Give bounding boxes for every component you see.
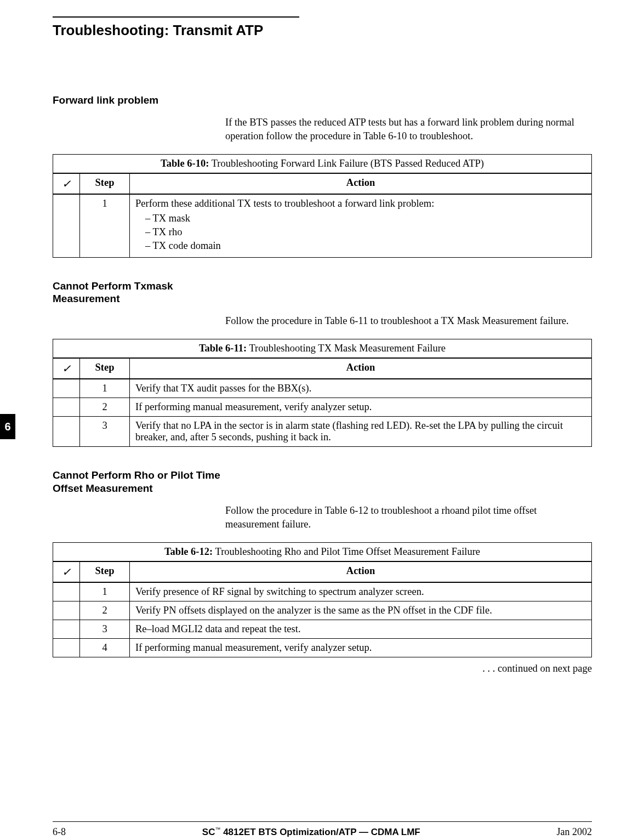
action-cell: If performing manual measurement, verify… [130, 398, 592, 417]
column-action: Action [130, 358, 592, 379]
column-check: ✓ [53, 173, 80, 194]
table-label: Table 6-10: [161, 158, 209, 169]
column-check: ✓ [53, 561, 80, 582]
list-item: TX mask [145, 213, 586, 224]
footer-date: Jan 2002 [557, 826, 592, 838]
table-caption-text: Troubleshooting Rho and Pilot Time Offse… [213, 546, 480, 557]
action-cell: Perform these additional TX tests to tro… [130, 194, 592, 258]
table-6-12: Table 6-12: Troubleshooting Rho and Pilo… [53, 542, 592, 657]
column-action: Action [130, 561, 592, 582]
section-heading-rho-pilot: Cannot Perform Rho or Pilot Time Offset … [53, 469, 228, 495]
check-icon: ✓ [62, 566, 71, 578]
footer-center-pre: SC [202, 827, 215, 837]
action-cell: Verify that TX audit passes for the BBX(… [130, 379, 592, 398]
footer-center-post: 4812ET BTS Optimization/ATP — CDMA LMF [223, 827, 420, 837]
trademark-symbol: ™ [215, 826, 220, 832]
check-icon: ✓ [62, 362, 71, 374]
step-number: 3 [80, 620, 130, 638]
table-row: 1 Verify presence of RF signal by switch… [53, 582, 592, 601]
table-6-11: Table 6-11: Troubleshooting TX Mask Meas… [53, 339, 592, 447]
footer-center: SC™ 4812ET BTS Optimization/ATP — CDMA L… [202, 826, 420, 838]
table-row: 1 Perform these additional TX tests to t… [53, 194, 592, 258]
column-step: Step [80, 561, 130, 582]
table-row: 2 Verify PN offsets displayed on the ana… [53, 601, 592, 620]
column-step: Step [80, 358, 130, 379]
footer-page-number: 6-8 [53, 826, 66, 838]
check-cell [53, 620, 80, 638]
section-heading-txmask: Cannot Perform Txmask Measurement [53, 280, 228, 306]
check-cell [53, 379, 80, 398]
table-caption-text: Troubleshooting Forward Link Failure (BT… [209, 158, 484, 169]
action-cell: Re–load MGLI2 data and repeat the test. [130, 620, 592, 638]
step-number: 3 [80, 417, 130, 447]
step-number: 1 [80, 194, 130, 258]
table-row: 3 Re–load MGLI2 data and repeat the test… [53, 620, 592, 638]
table-caption: Table 6-11: Troubleshooting TX Mask Meas… [53, 339, 592, 359]
check-icon: ✓ [62, 178, 71, 190]
section-heading-forward-link: Forward link problem [53, 94, 228, 107]
table-label: Table 6-12: [164, 546, 213, 557]
action-cell: Verify PN offsets displayed on the analy… [130, 601, 592, 620]
action-list: TX mask TX rho TX code domain [135, 213, 586, 252]
table-label: Table 6-11: [199, 343, 247, 354]
action-cell: Verify that no LPA in the sector is in a… [130, 417, 592, 447]
list-item: TX code domain [145, 240, 586, 252]
table-caption-text: Troubleshooting TX Mask Measurement Fail… [247, 343, 446, 354]
check-cell [53, 417, 80, 447]
step-number: 1 [80, 582, 130, 601]
step-number: 1 [80, 379, 130, 398]
table-6-10: Table 6-10: Troubleshooting Forward Link… [53, 154, 592, 258]
page-footer: 6-8 SC™ 4812ET BTS Optimization/ATP — CD… [53, 821, 592, 838]
action-cell: Verify presence of RF signal by switchin… [130, 582, 592, 601]
chapter-side-tab: 6 [0, 414, 15, 439]
column-action: Action [130, 173, 592, 194]
check-cell [53, 194, 80, 258]
action-lead: Perform these additional TX tests to tro… [135, 198, 434, 209]
continued-note: . . . continued on next page [53, 663, 592, 674]
list-item: TX rho [145, 226, 586, 238]
page-title: Troubleshooting: Transmit ATP [53, 22, 592, 39]
check-cell [53, 582, 80, 601]
table-row: 3 Verify that no LPA in the sector is in… [53, 417, 592, 447]
table-row: 2 If performing manual measurement, veri… [53, 398, 592, 417]
action-cell: If performing manual measurement, verify… [130, 638, 592, 657]
body-paragraph: Follow the procedure in Table 6-11 to tr… [225, 314, 592, 328]
column-check: ✓ [53, 358, 80, 379]
column-step: Step [80, 173, 130, 194]
check-cell [53, 398, 80, 417]
body-paragraph: If the BTS passes the reduced ATP tests … [225, 116, 592, 143]
table-caption: Table 6-10: Troubleshooting Forward Link… [53, 154, 592, 173]
check-cell [53, 601, 80, 620]
table-row: 1 Verify that TX audit passes for the BB… [53, 379, 592, 398]
table-caption: Table 6-12: Troubleshooting Rho and Pilo… [53, 542, 592, 561]
step-number: 4 [80, 638, 130, 657]
body-paragraph: Follow the procedure in Table 6-12 to tr… [225, 504, 592, 531]
check-cell [53, 638, 80, 657]
step-number: 2 [80, 601, 130, 620]
table-row: 4 If performing manual measurement, veri… [53, 638, 592, 657]
step-number: 2 [80, 398, 130, 417]
